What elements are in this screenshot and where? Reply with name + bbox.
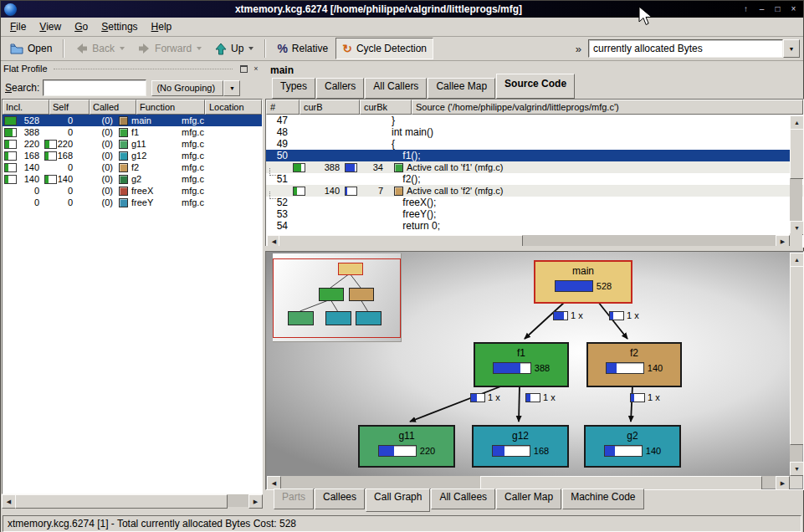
source-line-47[interactable]: 47} <box>266 115 803 126</box>
graph-node-g11[interactable]: g11220 <box>358 425 455 468</box>
scroll-left-icon[interactable]: ◀ <box>2 494 16 509</box>
source-line-50[interactable]: 50 f1(); <box>266 150 803 161</box>
source-line-48[interactable]: 48int main() <box>266 126 803 138</box>
cycle-detection-toggle[interactable]: ↻ Cycle Detection <box>335 38 433 59</box>
search-input[interactable] <box>43 79 146 96</box>
flat-profile-row-g12[interactable]: 168168(0)g12mfg.c <box>3 150 262 161</box>
flat-profile-hscrollbar[interactable]: ◀ ▶ <box>2 494 263 507</box>
scroll-down-icon[interactable]: ▼ <box>790 462 804 476</box>
tab-caller-map[interactable]: Caller Map <box>496 489 561 509</box>
menu-item-view[interactable]: View <box>33 18 68 35</box>
grouping-select[interactable]: (No Grouping) ▼ <box>151 80 240 96</box>
close-button[interactable]: × <box>786 3 801 16</box>
scrollbar-thumb[interactable] <box>15 494 228 509</box>
flat-profile-row-main[interactable]: 5280(0)mainmfg.c <box>3 115 262 126</box>
source-column-1[interactable]: curB <box>300 100 360 115</box>
app-icon <box>4 3 17 16</box>
call-graph-panel[interactable]: ▲ ▼ ◀ ▶ main528f1388f2140g11220g12168g21… <box>265 251 804 490</box>
active-call-row[interactable]: 38834Active call to 'f1' (mfg.c) <box>266 161 803 173</box>
column-header-called[interactable]: Called <box>90 100 136 115</box>
tab-types[interactable]: Types <box>272 78 315 99</box>
tab-source-code[interactable]: Source Code <box>496 74 575 99</box>
flat-profile-row-f2[interactable]: 1400(0)f2mfg.c <box>3 161 262 173</box>
source-line-54[interactable]: 54 return 0; <box>266 220 803 232</box>
menu-item-help[interactable]: Help <box>145 18 179 35</box>
graph-vscrollbar[interactable]: ▲ ▼ <box>790 253 802 476</box>
title-bar[interactable]: xtmemory.kcg.6274 [/home/philippe/valgri… <box>1 1 803 18</box>
source-line-49[interactable]: 49{ <box>266 138 803 150</box>
flat-profile-row-f1[interactable]: 3880(0)f1mfg.c <box>3 126 262 138</box>
tab-callees[interactable]: Callees <box>315 489 365 509</box>
column-header-function[interactable]: Function <box>136 100 205 115</box>
menu-item-settings[interactable]: Settings <box>95 18 144 35</box>
chevron-down-icon[interactable]: ▼ <box>783 39 800 58</box>
source-hscrollbar[interactable]: ◀ ▶ <box>267 235 790 246</box>
tab-all-callers[interactable]: All Callers <box>365 78 427 99</box>
function-location: mfg.c <box>178 197 262 207</box>
tab-all-callees[interactable]: All Callees <box>431 489 495 509</box>
scrollbar-thumb[interactable] <box>790 129 804 179</box>
dock-header[interactable]: Flat Profile × <box>2 62 263 75</box>
dock-float-button[interactable] <box>238 64 248 74</box>
function-location: mfg.c <box>178 174 262 184</box>
flat-profile-row-g2[interactable]: 140140(0)g2mfg.c <box>3 173 262 185</box>
scroll-up-icon[interactable]: ▲ <box>790 253 804 267</box>
scroll-up-icon[interactable]: ▲ <box>790 115 804 130</box>
source-column-2[interactable]: curBk <box>360 100 412 115</box>
forward-button[interactable]: Forward <box>132 38 207 59</box>
chevron-down-icon[interactable]: ▼ <box>223 80 240 96</box>
column-header-self[interactable]: Self <box>49 100 90 115</box>
flat-profile-row-freeY[interactable]: 00(0)freeYmfg.c <box>3 197 262 208</box>
source-line-52[interactable]: 52 freeX(); <box>266 197 803 208</box>
source-column-3[interactable]: Source ('/home/philippe/valgrind/littlep… <box>412 100 803 115</box>
flat-profile-row-g11[interactable]: 220220(0)g11mfg.c <box>3 138 262 150</box>
graph-node-g2[interactable]: g2140 <box>584 425 681 468</box>
function-location: mfg.c <box>178 151 262 161</box>
cost-bar-icon <box>4 175 17 184</box>
graph-minimap[interactable] <box>273 253 402 342</box>
shade-button[interactable]: ↑ <box>739 3 753 16</box>
source-column-0[interactable]: # <box>266 100 300 115</box>
menu-item-file[interactable]: File <box>3 18 33 35</box>
graph-node-main[interactable]: main528 <box>534 260 632 304</box>
scroll-right-icon[interactable]: ▶ <box>248 494 263 509</box>
graph-node-g12[interactable]: g12168 <box>472 425 569 468</box>
event-type-select[interactable]: currently allocated Bytes ▼ <box>588 39 800 58</box>
cost-bar-icon <box>4 151 17 161</box>
forward-dropdown-icon <box>197 47 202 50</box>
maximize-button[interactable]: □ <box>771 3 785 16</box>
toolbar-overflow-button[interactable]: » <box>574 43 583 55</box>
tab-machine-code[interactable]: Machine Code <box>562 489 643 509</box>
tab-callers[interactable]: Callers <box>316 78 364 99</box>
source-line-53[interactable]: 53 freeY(); <box>266 208 803 220</box>
scrollbar-thumb[interactable] <box>790 266 804 445</box>
tab-call-graph[interactable]: Call Graph <box>366 489 430 512</box>
up-button[interactable]: Up <box>209 38 259 59</box>
back-button[interactable]: Back <box>69 38 131 59</box>
source-line-51[interactable]: 51 f2(); <box>266 173 803 185</box>
search-label: Search: <box>5 82 39 94</box>
toolbar-separator <box>264 39 266 58</box>
flat-profile-row-freeX[interactable]: 00(0)freeXmfg.c <box>3 185 262 197</box>
node-label: g12 <box>474 427 567 442</box>
dock-drag-handle[interactable] <box>54 69 233 69</box>
menu-item-go[interactable]: Go <box>68 18 95 35</box>
tab-parts[interactable]: Parts <box>274 489 314 509</box>
open-button[interactable]: Open <box>4 38 58 59</box>
column-header-location[interactable]: Location <box>205 100 262 115</box>
flat-profile-dock: Flat Profile × Search: (No Grouping) ▼ I… <box>2 62 263 507</box>
edge-label-main-f2: 1 x <box>609 310 639 320</box>
dock-close-button[interactable]: × <box>251 64 261 74</box>
edge-label-main-f1: 1 x <box>553 310 583 320</box>
source-vscrollbar[interactable]: ▲ ▼ <box>790 115 802 235</box>
minimize-button[interactable]: – <box>755 3 769 16</box>
graph-node-f2[interactable]: f2140 <box>586 342 682 387</box>
active-call-row[interactable]: 1407Active call to 'f2' (mfg.c) <box>266 185 803 197</box>
graph-node-f1[interactable]: f1388 <box>474 342 569 387</box>
tab-callee-map[interactable]: Callee Map <box>428 78 495 99</box>
up-dropdown-icon <box>248 47 253 50</box>
relative-toggle[interactable]: % Relative <box>271 38 334 59</box>
cost-bar-icon <box>525 393 540 402</box>
graph-hscrollbar[interactable]: ◀ ▶ <box>267 476 790 489</box>
column-header-incl[interactable]: Incl. <box>3 100 49 115</box>
